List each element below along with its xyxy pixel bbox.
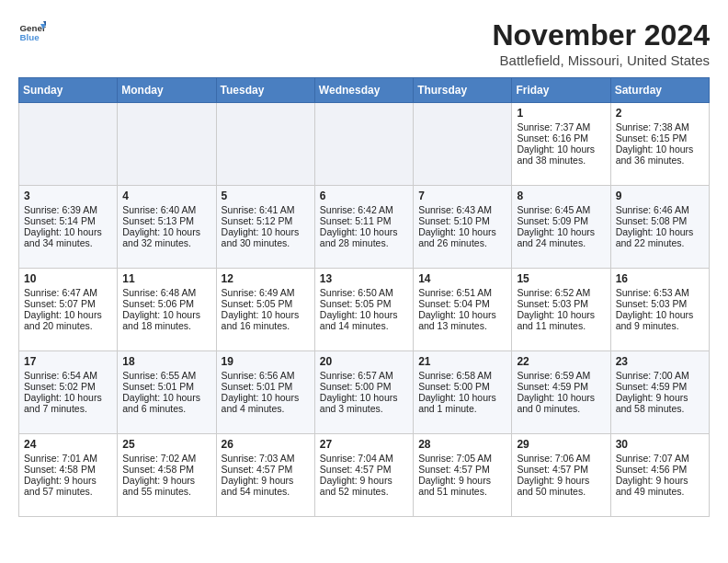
- day-info: Daylight: 10 hours and 0 minutes.: [517, 392, 605, 414]
- day-info: Sunrise: 6:51 AM: [418, 287, 506, 298]
- day-number: 25: [122, 438, 210, 451]
- day-info: Daylight: 10 hours and 1 minute.: [418, 392, 506, 414]
- day-info: Daylight: 10 hours and 9 minutes.: [616, 309, 704, 331]
- calendar-cell: 26Sunrise: 7:03 AMSunset: 4:57 PMDayligh…: [216, 434, 314, 517]
- calendar-cell: 29Sunrise: 7:06 AMSunset: 4:57 PMDayligh…: [512, 434, 610, 517]
- day-number: 24: [24, 438, 112, 451]
- day-info: Daylight: 10 hours and 14 minutes.: [320, 309, 408, 331]
- day-number: 29: [517, 438, 605, 451]
- day-info: Daylight: 10 hours and 4 minutes.: [222, 392, 310, 414]
- day-info: Sunrise: 7:02 AM: [122, 453, 210, 464]
- day-info: Daylight: 10 hours and 6 minutes.: [122, 392, 210, 414]
- day-number: 9: [616, 190, 704, 202]
- calendar-week-row: 10Sunrise: 6:47 AMSunset: 5:07 PMDayligh…: [19, 269, 710, 351]
- day-info: Sunset: 5:08 PM: [616, 215, 704, 226]
- day-number: 15: [517, 272, 605, 285]
- day-number: 2: [616, 107, 704, 120]
- calendar-cell: 25Sunrise: 7:02 AMSunset: 4:58 PMDayligh…: [118, 434, 216, 517]
- calendar-body: 1Sunrise: 7:37 AMSunset: 6:16 PMDaylight…: [19, 103, 710, 517]
- day-info: Sunset: 5:07 PM: [24, 298, 112, 309]
- calendar-cell: 13Sunrise: 6:50 AMSunset: 5:05 PMDayligh…: [314, 269, 413, 351]
- calendar-cell: 21Sunrise: 6:58 AMSunset: 5:00 PMDayligh…: [414, 351, 512, 434]
- day-number: 10: [24, 272, 112, 285]
- calendar-cell: 10Sunrise: 6:47 AMSunset: 5:07 PMDayligh…: [19, 269, 118, 351]
- weekday-header: Friday: [512, 78, 610, 103]
- page-title: November 2024: [492, 18, 710, 52]
- day-number: 18: [122, 355, 210, 368]
- svg-text:Blue: Blue: [20, 32, 40, 42]
- day-info: Daylight: 9 hours and 50 minutes.: [517, 475, 605, 497]
- day-info: Sunset: 5:00 PM: [320, 381, 408, 392]
- day-number: 13: [320, 272, 408, 285]
- calendar-cell: 24Sunrise: 7:01 AMSunset: 4:58 PMDayligh…: [19, 434, 118, 517]
- day-info: Sunrise: 6:53 AM: [616, 287, 704, 298]
- day-info: Sunset: 5:03 PM: [517, 298, 605, 309]
- day-number: 4: [122, 190, 210, 202]
- day-info: Sunset: 5:14 PM: [24, 215, 112, 226]
- day-number: 27: [320, 438, 408, 451]
- day-number: 3: [24, 190, 112, 202]
- calendar-cell: 12Sunrise: 6:49 AMSunset: 5:05 PMDayligh…: [216, 269, 314, 351]
- day-info: Sunrise: 6:45 AM: [517, 204, 605, 215]
- day-info: Sunset: 5:01 PM: [122, 381, 210, 392]
- calendar-cell: 5Sunrise: 6:41 AMSunset: 5:12 PMDaylight…: [216, 186, 314, 269]
- day-info: Daylight: 10 hours and 24 minutes.: [517, 226, 605, 248]
- day-info: Daylight: 10 hours and 36 minutes.: [616, 144, 704, 166]
- calendar-cell: 2Sunrise: 7:38 AMSunset: 6:15 PMDaylight…: [610, 103, 709, 186]
- calendar-cell: 7Sunrise: 6:43 AMSunset: 5:10 PMDaylight…: [414, 186, 512, 269]
- day-info: Sunrise: 6:49 AM: [222, 287, 310, 298]
- title-area: November 2024 Battlefield, Missouri, Uni…: [492, 18, 710, 68]
- day-info: Daylight: 10 hours and 28 minutes.: [320, 226, 408, 248]
- weekday-row: SundayMondayTuesdayWednesdayThursdayFrid…: [19, 78, 710, 103]
- day-info: Sunrise: 7:07 AM: [616, 453, 704, 464]
- day-number: 17: [24, 355, 112, 368]
- day-info: Sunrise: 6:39 AM: [24, 204, 112, 215]
- weekday-header: Thursday: [414, 78, 512, 103]
- day-info: Sunset: 5:05 PM: [320, 298, 408, 309]
- calendar-cell: 9Sunrise: 6:46 AMSunset: 5:08 PMDaylight…: [610, 186, 709, 269]
- day-number: 20: [320, 355, 408, 368]
- day-info: Daylight: 10 hours and 20 minutes.: [24, 309, 112, 331]
- day-number: 6: [320, 190, 408, 202]
- day-info: Sunset: 5:00 PM: [418, 381, 506, 392]
- weekday-header: Wednesday: [314, 78, 413, 103]
- day-number: 16: [616, 272, 704, 285]
- header: General Blue November 2024 Battlefield, …: [18, 18, 710, 68]
- day-info: Daylight: 10 hours and 30 minutes.: [222, 226, 310, 248]
- calendar-week-row: 1Sunrise: 7:37 AMSunset: 6:16 PMDaylight…: [19, 103, 710, 186]
- day-info: Daylight: 9 hours and 55 minutes.: [122, 475, 210, 497]
- calendar-cell: 14Sunrise: 6:51 AMSunset: 5:04 PMDayligh…: [414, 269, 512, 351]
- page-subtitle: Battlefield, Missouri, United States: [492, 52, 710, 68]
- day-info: Sunrise: 7:00 AM: [616, 370, 704, 381]
- day-info: Sunset: 5:04 PM: [418, 298, 506, 309]
- day-number: 19: [222, 355, 310, 368]
- day-info: Sunset: 5:02 PM: [24, 381, 112, 392]
- day-number: 5: [222, 190, 310, 202]
- calendar-cell: 4Sunrise: 6:40 AMSunset: 5:13 PMDaylight…: [118, 186, 216, 269]
- calendar-week-row: 3Sunrise: 6:39 AMSunset: 5:14 PMDaylight…: [19, 186, 710, 269]
- day-info: Sunset: 6:15 PM: [616, 132, 704, 144]
- weekday-header: Sunday: [19, 78, 118, 103]
- day-number: 22: [517, 355, 605, 368]
- day-info: Sunrise: 6:58 AM: [418, 370, 506, 381]
- day-number: 12: [222, 272, 310, 285]
- day-info: Daylight: 9 hours and 49 minutes.: [616, 475, 704, 497]
- day-info: Sunrise: 6:47 AM: [24, 287, 112, 298]
- day-info: Sunset: 6:16 PM: [517, 132, 605, 144]
- day-info: Sunset: 4:57 PM: [418, 464, 506, 475]
- day-info: Sunset: 4:57 PM: [320, 464, 408, 475]
- calendar-cell: 3Sunrise: 6:39 AMSunset: 5:14 PMDaylight…: [19, 186, 118, 269]
- day-info: Sunrise: 6:50 AM: [320, 287, 408, 298]
- day-info: Sunrise: 6:52 AM: [517, 287, 605, 298]
- calendar-cell: [19, 103, 118, 186]
- calendar-cell: 18Sunrise: 6:55 AMSunset: 5:01 PMDayligh…: [118, 351, 216, 434]
- day-info: Sunrise: 6:54 AM: [24, 370, 112, 381]
- day-info: Daylight: 10 hours and 34 minutes.: [24, 226, 112, 248]
- day-info: Sunset: 5:13 PM: [122, 215, 210, 226]
- day-info: Sunrise: 6:55 AM: [122, 370, 210, 381]
- calendar-cell: 19Sunrise: 6:56 AMSunset: 5:01 PMDayligh…: [216, 351, 314, 434]
- day-info: Sunrise: 7:37 AM: [517, 121, 605, 132]
- day-number: 14: [418, 272, 506, 285]
- calendar-cell: 6Sunrise: 6:42 AMSunset: 5:11 PMDaylight…: [314, 186, 413, 269]
- calendar-week-row: 17Sunrise: 6:54 AMSunset: 5:02 PMDayligh…: [19, 351, 710, 434]
